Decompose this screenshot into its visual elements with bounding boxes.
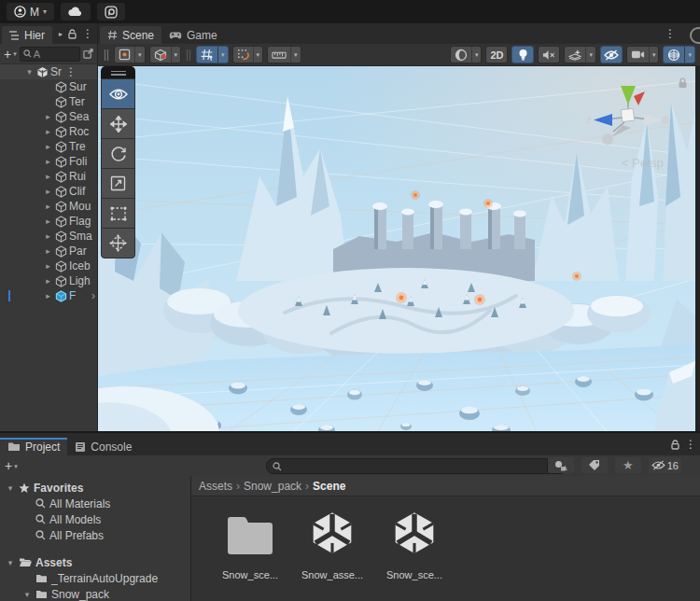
snap-move-button[interactable]: ▾ (267, 46, 301, 63)
favorites-section-row[interactable]: ▾ Favorites (0, 480, 190, 496)
orientation-gizmo[interactable]: y z (581, 74, 675, 154)
favorites-query-row[interactable]: All Materials (0, 496, 190, 511)
overlay-drag-handle[interactable] (101, 66, 135, 79)
scale-tool-button[interactable] (101, 168, 135, 199)
hierarchy-item-row[interactable]: ▸ Mou › (0, 199, 97, 214)
view-tool-button[interactable] (101, 78, 135, 109)
foldout-closed-icon[interactable]: ▸ (43, 157, 53, 166)
tab-game[interactable]: Game (161, 26, 225, 44)
version-control-button[interactable] (97, 3, 125, 21)
scene-visibility-button[interactable] (600, 46, 623, 63)
grid-visibility-button[interactable]: ▾ (196, 46, 229, 63)
foldout-closed-icon[interactable]: ▸ (43, 112, 53, 121)
move-tool-button[interactable] (101, 108, 135, 139)
assets-section-row[interactable]: ▾ Assets (0, 554, 190, 570)
hierarchy-item-row[interactable]: ▸ Tre › (0, 139, 97, 154)
kebab-menu-icon[interactable]: ⋮ (685, 438, 696, 451)
hierarchy-item-row[interactable]: ▸ Flag › (0, 214, 97, 229)
kebab-menu-icon[interactable]: ⋮ (82, 27, 93, 40)
search-by-label-button[interactable] (581, 457, 608, 473)
chevron-down-icon[interactable]: ▾ (649, 47, 659, 63)
shading-mode-button[interactable]: ▾ (450, 46, 483, 63)
hierarchy-search-input[interactable]: A (20, 47, 80, 62)
hierarchy-item-row[interactable]: ▸ Iceb › (0, 259, 97, 273)
chevron-down-icon[interactable]: ▾ (290, 47, 301, 63)
lock-icon[interactable] (671, 440, 679, 450)
foldout-closed-icon[interactable]: ▸ (43, 172, 53, 181)
search-by-type-button[interactable] (548, 457, 574, 473)
tab-console[interactable]: Console (67, 438, 139, 455)
favorites-star-button[interactable]: ★ (615, 457, 641, 473)
tab-scene[interactable]: Scene (100, 26, 161, 44)
more-tabs-icon[interactable]: ▸ (59, 30, 63, 38)
snap-increment-button[interactable]: ▾ (232, 46, 264, 63)
foldout-open-icon[interactable]: ▾ (6, 483, 15, 493)
hierarchy-item-row[interactable]: ▸ Ligh › (0, 273, 97, 288)
rotate-tool-button[interactable] (101, 138, 135, 169)
foldout-open-icon[interactable]: ▾ (6, 558, 15, 567)
scene-viewport[interactable]: y z < Persp (98, 66, 695, 431)
cloud-services-button[interactable] (61, 3, 91, 21)
file-item[interactable]: Snow_sce... (384, 508, 445, 580)
breadcrumb-item[interactable]: Scene (313, 480, 349, 493)
foldout-closed-icon[interactable]: ▸ (43, 187, 53, 196)
favorites-query-row[interactable]: All Prefabs (0, 527, 190, 543)
hierarchy-item-row[interactable]: ▸ Foli › (0, 154, 97, 169)
hierarchy-scene-root-row[interactable]: ▾ Sr ⋮ (0, 64, 97, 79)
chevron-down-icon[interactable]: ▾ (134, 47, 145, 63)
hierarchy-item-row[interactable]: ▸ Sea › (0, 109, 97, 124)
chevron-down-icon[interactable]: ▾ (585, 47, 595, 63)
hierarchy-item-row[interactable]: ▸ F › (0, 288, 97, 303)
create-asset-button[interactable]: + ▾ (5, 459, 18, 472)
scene-audio-button[interactable] (538, 46, 560, 63)
foldout-closed-icon[interactable]: ▸ (43, 291, 53, 300)
account-button[interactable]: M ▾ (7, 3, 54, 21)
breadcrumb-item[interactable]: Assets › (199, 480, 240, 493)
breadcrumb-item[interactable]: Snow_pack › (244, 480, 309, 493)
open-search-window-icon[interactable] (83, 49, 93, 59)
hierarchy-item-row[interactable]: ▸ Clif › (0, 184, 97, 199)
transform-tool-button[interactable] (101, 228, 135, 259)
asset-folder-row[interactable]: ▾ _TerrainAutoUpgrade (0, 570, 190, 586)
hidden-packages-toggle[interactable]: 16 (649, 457, 681, 473)
hierarchy-item-row[interactable]: ▸ Ter › (0, 94, 97, 109)
chevron-down-icon[interactable]: ▾ (171, 47, 181, 63)
foldout-closed-icon[interactable]: ▸ (43, 202, 53, 211)
open-prefab-arrow-icon[interactable]: › (91, 289, 97, 302)
overlay-lock-icon[interactable] (678, 77, 688, 89)
chevron-down-icon[interactable]: ▾ (684, 47, 694, 63)
file-item[interactable]: Snow_sce... (219, 508, 281, 580)
foldout-open-icon[interactable]: ▾ (22, 590, 32, 599)
gizmos-toggle-button[interactable]: ▾ (663, 46, 695, 63)
project-search-input[interactable] (266, 458, 567, 474)
kebab-menu-icon[interactable]: ⋮ (665, 27, 676, 40)
favorites-query-row[interactable]: All Models (0, 511, 190, 527)
foldout-closed-icon[interactable]: ▸ (43, 142, 53, 151)
chevron-down-icon[interactable]: ▾ (253, 47, 263, 63)
tool-handle-rotation-button[interactable]: ▾ (149, 46, 182, 63)
chevron-down-icon[interactable]: ▾ (217, 47, 228, 63)
kebab-menu-icon[interactable]: ⋮ (65, 65, 77, 78)
tab-hierarchy[interactable]: Hier (2, 26, 52, 44)
hierarchy-item-row[interactable]: ▸ Par › (0, 244, 97, 259)
foldout-closed-icon[interactable]: ▸ (43, 231, 53, 241)
toolbar-drag-handle[interactable] (103, 49, 110, 62)
lock-icon[interactable] (68, 29, 77, 39)
hierarchy-item-row[interactable]: ▸ Roc › (0, 124, 97, 139)
chevron-down-icon[interactable]: ▾ (471, 47, 482, 63)
foldout-closed-icon[interactable]: ▸ (43, 217, 53, 226)
effects-visibility-button[interactable]: ▾ (564, 46, 596, 63)
hierarchy-item-row[interactable]: ▸ Sur › (0, 79, 97, 94)
foldout-closed-icon[interactable]: ▸ (43, 261, 53, 271)
2d-view-button[interactable]: 2D (485, 46, 508, 63)
create-object-button[interactable]: + ▾ (4, 48, 17, 61)
camera-settings-button[interactable]: ▾ (626, 46, 660, 63)
scene-lighting-button[interactable] (511, 46, 534, 63)
file-item[interactable]: Snow_asse... (301, 508, 363, 580)
projection-mode-label[interactable]: < Persp (622, 156, 664, 170)
foldout-closed-icon[interactable]: ▸ (43, 246, 53, 256)
foldout-closed-icon[interactable]: ▸ (43, 127, 53, 136)
hierarchy-item-row[interactable]: ▸ Sma › (0, 229, 97, 244)
foldout-open-icon[interactable]: ▾ (24, 67, 35, 77)
foldout-closed-icon[interactable]: ▸ (43, 276, 53, 286)
